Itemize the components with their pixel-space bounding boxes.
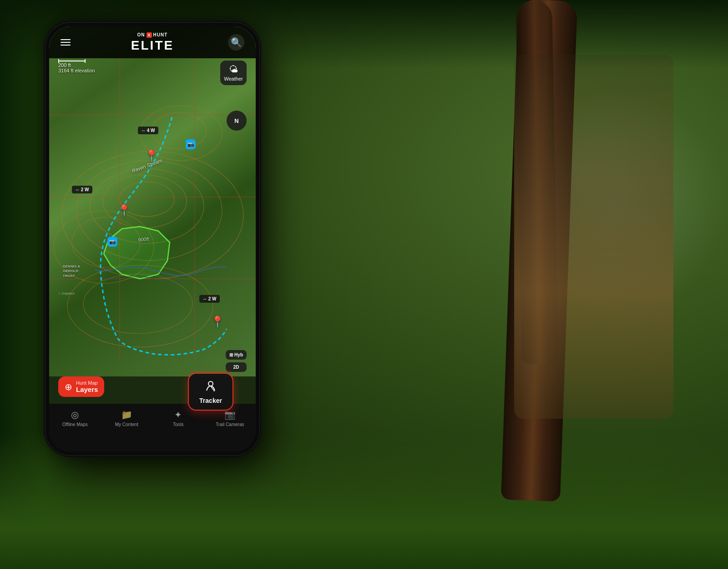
bottom-navigation: ◎ Offline Maps 📁 My Content ✦ Tools 📷 Tr…: [49, 404, 256, 452]
on-text: ON: [137, 32, 145, 37]
tracker-button[interactable]: Tracker: [188, 373, 233, 411]
elite-text: ELITE: [131, 38, 174, 53]
svg-point-2: [90, 169, 204, 244]
weather-button[interactable]: 🌤 Weather: [220, 61, 247, 85]
layers-icon: ⊕: [65, 381, 72, 392]
layers-btn-text: Hunt Map Layers: [76, 380, 98, 393]
offline-maps-icon: ◎: [71, 409, 79, 420]
phone-outer-frame: Raven Stream 900ft DENNIS AGEROLDTRUST ↔…: [46, 23, 259, 455]
phone-device: Raven Stream 900ft DENNIS AGEROLDTRUST ↔…: [46, 23, 259, 455]
svg-point-1: [76, 161, 222, 261]
map-pin-3[interactable]: 📍: [211, 315, 224, 328]
hybrid-map-button[interactable]: ⊞ Hyb: [226, 350, 247, 360]
nav-my-content[interactable]: 📁 My Content: [101, 409, 153, 427]
svg-point-10: [83, 274, 192, 334]
offline-maps-label: Offline Maps: [62, 422, 88, 427]
layers-text: Layers: [76, 386, 98, 393]
nav-tools[interactable]: ✦ Tools: [152, 409, 204, 427]
svg-point-6: [152, 113, 206, 149]
person-silhouette: [514, 55, 673, 419]
phone-screen: Raven Stream 900ft DENNIS AGEROLDTRUST ↔…: [49, 26, 256, 452]
trail-cameras-label: Trail Cameras: [216, 422, 244, 427]
compass-button[interactable]: N: [227, 111, 247, 131]
distance-badge-2: ↔ 2 W: [72, 186, 92, 193]
scale-bar: [58, 61, 86, 61]
elevation-text: 3164 ft elevation: [58, 68, 95, 73]
blue-pin-2[interactable]: 📷: [107, 237, 117, 247]
brand-logo: ON X HUNT ELITE: [131, 32, 174, 53]
phone-topbar: ON X HUNT ELITE 🔍: [49, 26, 256, 58]
mapbox-attribution: ○ mapbox: [58, 291, 75, 295]
svg-marker-16: [104, 227, 170, 279]
svg-point-9: [67, 265, 213, 347]
nav-trail-cameras[interactable]: 📷 Trail Cameras: [204, 409, 256, 427]
map-pin-2[interactable]: 📍: [117, 204, 131, 217]
x-badge: X: [147, 32, 152, 38]
distance-badge-1: ↔ 4 W: [138, 127, 158, 134]
tracker-label: Tracker: [199, 397, 222, 404]
menu-button[interactable]: [61, 39, 71, 46]
map-bottom-controls: ⊞ Hyb 2D: [226, 350, 247, 372]
scale-indicator: 200 ft 3164 ft elevation: [58, 61, 95, 73]
svg-point-0: [61, 152, 243, 279]
map-pin-1[interactable]: 📍: [145, 149, 158, 162]
my-content-label: My Content: [115, 422, 138, 427]
on-x-logo: ON X HUNT: [137, 32, 168, 38]
blue-pin-1[interactable]: 📷: [186, 139, 196, 149]
my-content-icon: 📁: [121, 409, 132, 420]
weather-label: Weather: [224, 76, 243, 81]
distance-badge-3: ↔ 2 W: [199, 295, 220, 303]
tools-icon: ✦: [174, 409, 182, 420]
hunt-map-layers-button[interactable]: ⊕ Hunt Map Layers: [58, 376, 104, 397]
svg-point-3: [103, 175, 187, 228]
nav-offline-maps[interactable]: ◎ Offline Maps: [49, 409, 101, 427]
trail-cameras-icon: 📷: [224, 409, 236, 420]
tools-label: Tools: [173, 422, 183, 427]
scale-text: 200 ft: [58, 62, 95, 68]
area-ft-label: 900ft: [138, 236, 149, 243]
svg-point-17: [208, 381, 213, 386]
search-button[interactable]: 🔍: [228, 34, 244, 51]
svg-point-8: [72, 218, 140, 268]
tracker-icon: [204, 379, 217, 395]
weather-icon: 🌤: [229, 64, 238, 75]
hunt-map-text: Hunt Map: [76, 380, 98, 386]
2d-map-button[interactable]: 2D: [226, 362, 247, 372]
compass-label: N: [234, 117, 238, 124]
hunt-text: HUNT: [153, 32, 168, 37]
ownership-label: DENNIS AGEROLDTRUST: [63, 264, 80, 279]
